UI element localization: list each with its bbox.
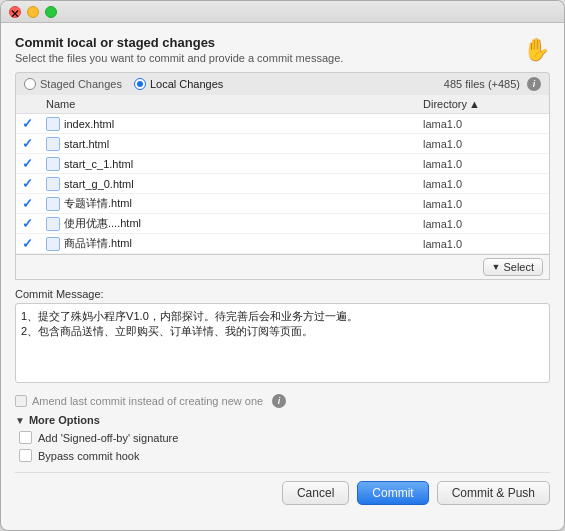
commit-message-label: Commit Message: <box>15 288 550 300</box>
table-row: ✓ 使用优惠....html lama1.0 <box>16 214 549 234</box>
file-dir-1: lama1.0 <box>423 138 543 150</box>
file-icon-1 <box>46 137 60 151</box>
file-icon-6 <box>46 237 60 251</box>
table-row: ✓ 商品详情.html lama1.0 <box>16 234 549 254</box>
file-icon-0 <box>46 117 60 131</box>
tab-group: Staged Changes Local Changes <box>24 78 223 90</box>
options-content: Add 'Signed-off-by' signature Bypass com… <box>15 431 550 462</box>
amend-info-icon: i <box>272 394 286 408</box>
file-dir-6: lama1.0 <box>423 238 543 250</box>
file-count-info-icon: i <box>527 77 541 91</box>
table-footer: ▼ Select <box>15 255 550 280</box>
dropdown-arrow-icon: ▼ <box>492 262 501 272</box>
close-button[interactable]: ✕ <box>9 6 21 18</box>
cancel-button[interactable]: Cancel <box>282 481 349 505</box>
select-button[interactable]: ▼ Select <box>483 258 544 276</box>
file-name-2: start_c_1.html <box>64 158 133 170</box>
file-dir-0: lama1.0 <box>423 118 543 130</box>
signed-off-checkbox[interactable] <box>19 431 32 444</box>
file-icon-3 <box>46 177 60 191</box>
header-text: Commit local or staged changes Select th… <box>15 35 343 64</box>
bypass-hook-option: Bypass commit hook <box>19 449 550 462</box>
tabs-row: Staged Changes Local Changes 485 files (… <box>15 72 550 95</box>
commit-message-section: Commit Message: <box>15 288 550 386</box>
file-icon-5 <box>46 217 60 231</box>
amend-label: Amend last commit instead of creating ne… <box>32 395 263 407</box>
maximize-button[interactable] <box>45 6 57 18</box>
bypass-hook-checkbox[interactable] <box>19 449 32 462</box>
dialog-subtitle: Select the files you want to commit and … <box>15 52 343 64</box>
file-name-0: index.html <box>64 118 114 130</box>
file-dir-4: lama1.0 <box>423 198 543 210</box>
file-name-5: 使用优惠....html <box>64 216 141 231</box>
tab-local-changes[interactable]: Local Changes <box>134 78 223 90</box>
radio-staged[interactable] <box>24 78 36 90</box>
hand-icon: ✋ <box>523 37 550 63</box>
tab-staged-changes[interactable]: Staged Changes <box>24 78 122 90</box>
file-name-6: 商品详情.html <box>64 236 132 251</box>
file-name-3: start_g_0.html <box>64 178 134 190</box>
signed-off-option: Add 'Signed-off-by' signature <box>19 431 550 444</box>
commit-button[interactable]: Commit <box>357 481 428 505</box>
more-options-label: More Options <box>29 414 100 426</box>
more-options-section: ▼ More Options Add 'Signed-off-by' signa… <box>15 414 550 462</box>
checkbox-0[interactable]: ✓ <box>22 116 46 131</box>
file-dir-3: lama1.0 <box>423 178 543 190</box>
file-count-label: 485 files (+485) <box>444 78 520 90</box>
footer-buttons: Cancel Commit Commit & Push <box>15 472 550 505</box>
file-icon-4 <box>46 197 60 211</box>
file-dir-5: lama1.0 <box>423 218 543 230</box>
title-bar: ✕ <box>1 1 564 23</box>
commit-push-button[interactable]: Commit & Push <box>437 481 550 505</box>
checkbox-5[interactable]: ✓ <box>22 216 46 231</box>
file-name-1: start.html <box>64 138 109 150</box>
table-row: ✓ 专题详情.html lama1.0 <box>16 194 549 214</box>
file-name-4: 专题详情.html <box>64 196 132 211</box>
amend-checkbox[interactable] <box>15 395 27 407</box>
amend-row: Amend last commit instead of creating ne… <box>15 394 550 408</box>
table-row: ✓ start.html lama1.0 <box>16 134 549 154</box>
header-section: Commit local or staged changes Select th… <box>15 35 550 64</box>
col-name-header: Name <box>46 98 423 110</box>
commit-message-input[interactable] <box>15 303 550 383</box>
triangle-icon: ▼ <box>15 415 25 426</box>
sort-arrow-icon: ▲ <box>469 98 480 110</box>
main-window: ✕ Commit local or staged changes Select … <box>0 0 565 531</box>
checkbox-1[interactable]: ✓ <box>22 136 46 151</box>
file-dir-2: lama1.0 <box>423 158 543 170</box>
file-icon-2 <box>46 157 60 171</box>
bypass-hook-label: Bypass commit hook <box>38 450 139 462</box>
table-row: ✓ start_g_0.html lama1.0 <box>16 174 549 194</box>
checkbox-6[interactable]: ✓ <box>22 236 46 251</box>
minimize-button[interactable] <box>27 6 39 18</box>
table-header: Name Directory ▲ <box>16 95 549 114</box>
signed-off-label: Add 'Signed-off-by' signature <box>38 432 178 444</box>
dialog-title: Commit local or staged changes <box>15 35 343 50</box>
checkbox-2[interactable]: ✓ <box>22 156 46 171</box>
file-table: Name Directory ▲ ✓ index.html lama1.0 ✓ <box>15 95 550 255</box>
col-dir-header: Directory ▲ <box>423 98 543 110</box>
table-row: ✓ start_c_1.html lama1.0 <box>16 154 549 174</box>
checkbox-4[interactable]: ✓ <box>22 196 46 211</box>
checkbox-3[interactable]: ✓ <box>22 176 46 191</box>
table-row: ✓ index.html lama1.0 <box>16 114 549 134</box>
radio-local[interactable] <box>134 78 146 90</box>
content-area: Commit local or staged changes Select th… <box>1 23 564 530</box>
more-options-toggle[interactable]: ▼ More Options <box>15 414 550 426</box>
